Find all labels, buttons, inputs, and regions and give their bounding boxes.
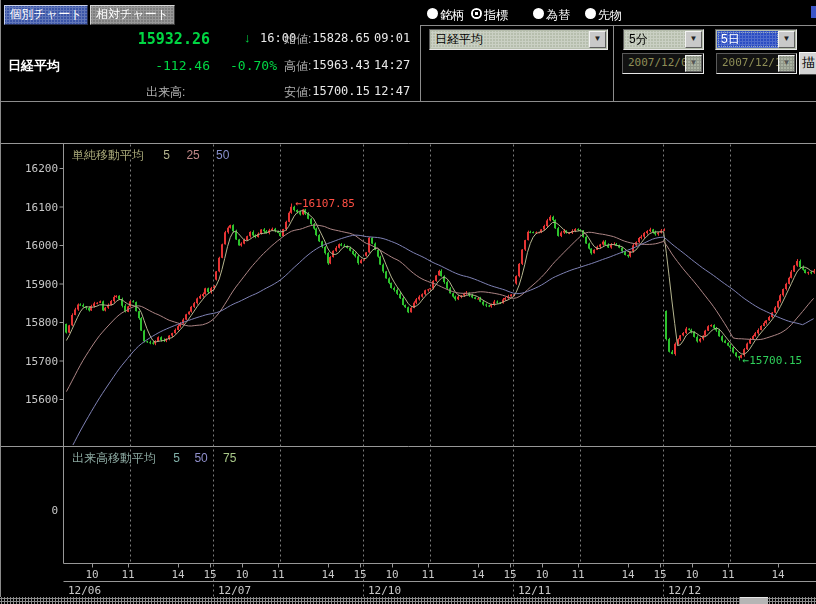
radio-label-index[interactable]: 指標 (484, 7, 508, 24)
volume-ma-legend-label: 出来高移動平均 (72, 450, 156, 467)
volume-ma-period-50: 50 (194, 451, 207, 465)
header-bottom-divider (0, 101, 816, 102)
radio-label-stock[interactable]: 銘柄 (440, 7, 464, 24)
sma-period-25: 25 (186, 148, 199, 162)
high-annotation: ←16107.85 (295, 197, 355, 210)
high-time: 14:27 (374, 58, 410, 72)
header-vertical-divider-2 (613, 26, 614, 101)
date-from-select[interactable]: 2007/12/06 ▼ (622, 53, 704, 74)
radio-0[interactable] (427, 8, 438, 19)
range-select-value: 5日 (717, 31, 779, 48)
range-select[interactable]: 5日 ▼ (715, 29, 797, 50)
sma-period-5: 5 (163, 148, 170, 162)
volume-label: 出来高: (146, 84, 185, 101)
window-left-border (0, 0, 1, 604)
open-label: 始値: (284, 31, 311, 48)
symbol-select-button[interactable]: ▼ (589, 31, 606, 48)
volume-ma-legend: 出来高移動平均 5 50 75 (72, 450, 236, 467)
interval-select-value: 5分 (625, 31, 686, 48)
volume-ma-period-75: 75 (223, 451, 236, 465)
change-value: -112.46 (110, 58, 210, 73)
volume-ma-period-5: 5 (173, 451, 180, 465)
interval-select-button[interactable]: ▼ (685, 31, 702, 48)
draw-button[interactable]: 描 (799, 52, 816, 75)
radio-1[interactable] (471, 8, 482, 19)
high-label: 高値: (284, 58, 311, 75)
direction-down-icon: ↓ (244, 30, 251, 45)
date-from-button[interactable]: ▼ (685, 55, 702, 72)
horizontal-scrollbar[interactable] (0, 597, 816, 604)
radio-2[interactable] (533, 8, 544, 19)
sma-legend: 単純移動平均 5 25 50 (72, 147, 229, 164)
date-to-select[interactable]: 2007/12/12 ▼ (716, 53, 797, 74)
chevron-down-icon: ▼ (779, 56, 794, 70)
horizontal-scrollbar-thumb[interactable] (740, 597, 768, 604)
interval-select[interactable]: 5分 ▼ (623, 29, 704, 50)
symbol-select[interactable]: 日経平均 ▼ (429, 29, 608, 50)
symbol-select-value: 日経平均 (431, 31, 590, 48)
symbol-name: 日経平均 (8, 57, 60, 75)
high-value: 15963.43 (310, 58, 370, 72)
last-price: 15932.26 (110, 30, 210, 48)
sma-period-50: 50 (216, 148, 229, 162)
change-percent: -0.70% (217, 58, 277, 73)
low-time: 12:47 (374, 84, 410, 98)
chevron-down-icon: ▼ (686, 32, 701, 46)
chevron-down-icon: ▼ (686, 56, 701, 70)
open-time: 09:01 (374, 31, 410, 45)
low-value: 15700.15 (310, 84, 370, 98)
low-annotation: ←15700.15 (743, 354, 803, 367)
low-label: 安値: (284, 84, 311, 101)
window-corner-fragment (811, 6, 816, 18)
radio-label-forex[interactable]: 為替 (546, 7, 570, 24)
date-to-value: 2007/12/12 (718, 55, 779, 72)
radio-label-futures[interactable]: 先物 (598, 7, 622, 24)
date-to-button[interactable]: ▼ (778, 55, 795, 72)
header-vertical-divider-1 (420, 26, 421, 101)
date-from-value: 2007/12/06 (624, 55, 686, 72)
tab-individual-chart[interactable]: 個別チャート (4, 5, 88, 25)
open-value: 15828.65 (310, 31, 370, 45)
sma-legend-label: 単純移動平均 (72, 147, 144, 164)
chart-app-window: { "icons": { "dropdown_arrow": "▼" }, "t… (0, 0, 816, 604)
header-divider (420, 25, 816, 26)
tab-relative-chart[interactable]: 相対チャート (90, 5, 175, 25)
range-select-button[interactable]: ▼ (778, 31, 795, 48)
chevron-down-icon: ▼ (590, 32, 605, 46)
radio-3[interactable] (585, 8, 596, 19)
chevron-down-icon: ▼ (779, 32, 794, 46)
